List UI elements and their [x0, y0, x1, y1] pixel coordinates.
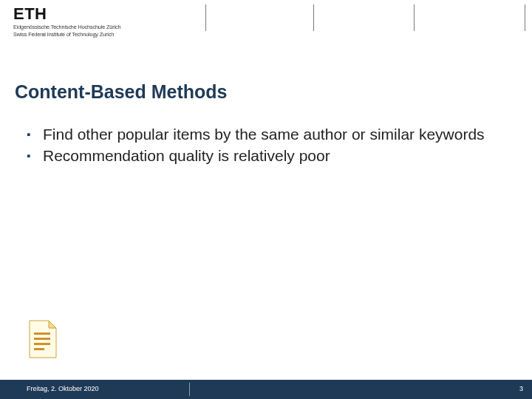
separator — [205, 4, 206, 31]
bullet-item: Find other popular items by the same aut… — [27, 125, 492, 145]
separator — [525, 4, 525, 31]
eth-logo-sub2: Swiss Federal Institute of Technology Zu… — [13, 31, 120, 38]
svg-rect-2 — [34, 332, 50, 335]
svg-rect-5 — [34, 348, 44, 350]
eth-logo: ETH Eidgenössische Technische Hochschule… — [13, 6, 120, 38]
separator — [313, 4, 314, 31]
page-number: 3 — [519, 385, 523, 392]
svg-rect-4 — [34, 343, 50, 345]
slide: ETH Eidgenössische Technische Hochschule… — [0, 0, 532, 399]
svg-rect-3 — [34, 338, 50, 340]
eth-logo-sub1: Eidgenössische Technische Hochschule Zür… — [13, 24, 120, 30]
bullet-item: Recommendation quality is relatively poo… — [27, 146, 492, 166]
document-icon — [27, 319, 59, 361]
separator — [414, 4, 415, 31]
slide-title: Content-Based Methods — [15, 81, 228, 103]
bullet-list: Find other popular items by the same aut… — [27, 125, 492, 168]
footer-date: Freitag, 2. Oktober 2020 — [27, 385, 99, 392]
footer-bar: Freitag, 2. Oktober 2020 3 — [0, 380, 532, 399]
svg-marker-1 — [49, 321, 56, 328]
footer-separator — [189, 383, 190, 396]
eth-logo-text: ETH — [13, 6, 120, 22]
